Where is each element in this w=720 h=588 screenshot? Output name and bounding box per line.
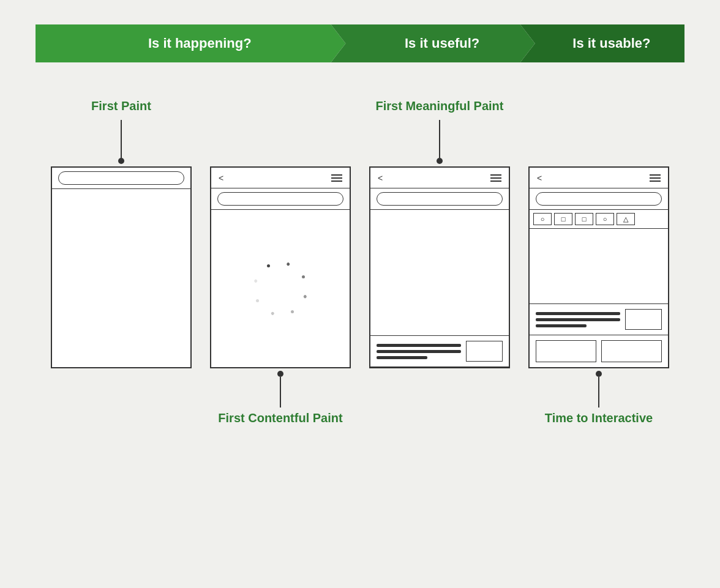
- line2-tti: [536, 318, 620, 321]
- banner-label-happening: Is it happening?: [148, 35, 252, 51]
- label-first-paint: First Paint: [91, 99, 151, 116]
- line-fcp: [280, 377, 281, 408]
- dot-tti: [596, 371, 602, 377]
- phone-topbar-tti: <: [530, 168, 668, 188]
- phone-searchbar-fcp: [211, 188, 350, 210]
- text-lines-tti: [536, 312, 620, 327]
- tab-triangle: △: [617, 213, 635, 225]
- action-btn-fmp: [466, 341, 503, 362]
- phone-topbar-fmp: <: [370, 168, 509, 188]
- burger-icon-fmp: [490, 174, 501, 182]
- line-fmp: [439, 127, 440, 158]
- search-pill-fcp: [217, 192, 343, 206]
- phone-tti: < ○ □ □ ○ △: [528, 166, 669, 368]
- back-icon: <: [219, 173, 223, 183]
- connector-bottom-tti: [596, 371, 602, 408]
- line3-fmp: [377, 356, 427, 359]
- banner: Is it happening? Is it useful? Is it usa…: [36, 24, 684, 62]
- text-btn-row-tti: [530, 304, 668, 335]
- cards-row: First Paint <: [23, 99, 697, 428]
- text-btn-row-fmp: [370, 336, 509, 367]
- spinner: [211, 210, 350, 367]
- big-btn-right-tti: [601, 340, 662, 362]
- banner-segment-useful: Is it useful?: [331, 24, 535, 62]
- tab-square1: □: [554, 213, 572, 225]
- banner-label-usable: Is it usable?: [572, 35, 650, 51]
- label-tti: Time to Interactive: [545, 411, 653, 428]
- phone-tabs-tti: ○ □ □ ○ △: [530, 210, 668, 229]
- tick-line: [121, 120, 122, 127]
- dot: [118, 158, 124, 164]
- vertical-line: [121, 127, 122, 158]
- phone-searchbar-fmp: [370, 188, 509, 210]
- line3-tti: [536, 324, 587, 327]
- phone-content-tti: [530, 229, 668, 367]
- card-first-contentful-paint: <: [210, 99, 351, 428]
- dot-fmp: [437, 158, 443, 164]
- btn-row-tti: [530, 335, 668, 367]
- image-placeholder-fmp: [370, 210, 509, 336]
- label-fcp: First Contentful Paint: [218, 411, 342, 428]
- phone-topbar-fcp: <: [211, 168, 350, 188]
- banner-segment-happening: Is it happening?: [36, 24, 346, 62]
- phone-searchbar-tti: [530, 188, 668, 210]
- line-tti: [598, 377, 599, 408]
- tab-circle: ○: [533, 213, 552, 225]
- banner-segment-usable: Is it usable?: [520, 24, 684, 62]
- tab-square2: □: [575, 213, 593, 225]
- label-fmp: First Meaningful Paint: [376, 99, 504, 116]
- search-pill-fmp: [377, 192, 503, 206]
- big-btn-left-tti: [536, 340, 596, 362]
- phone-searchbar: [52, 168, 190, 189]
- card-first-meaningful-paint: First Meaningful Paint <: [369, 99, 510, 368]
- connector-top-fmp: [437, 120, 443, 164]
- phone-empty-body: [52, 189, 190, 367]
- image-placeholder-tti: [530, 229, 668, 304]
- phone-content-fmp: [370, 210, 509, 367]
- card-tti: < ○ □ □ ○ △: [528, 99, 669, 428]
- tab-circle2: ○: [596, 213, 614, 225]
- line2-fmp: [377, 350, 461, 353]
- text-lines-fmp: [377, 344, 461, 359]
- banner-label-useful: Is it useful?: [405, 35, 479, 51]
- back-icon-tti: <: [537, 173, 542, 183]
- action-btn-tti: [625, 309, 662, 330]
- phone-fcp: <: [210, 166, 351, 368]
- line1-fmp: [377, 344, 461, 347]
- phone-first-paint: [51, 166, 192, 368]
- search-pill: [58, 171, 184, 185]
- connector-top-first-paint: [118, 120, 124, 164]
- dot-fcp: [277, 371, 283, 377]
- card-first-paint: First Paint: [51, 99, 192, 368]
- spinner-dots: [267, 275, 294, 302]
- connector-bottom-fcp: [277, 371, 283, 408]
- line1-tti: [536, 312, 620, 315]
- tick-fmp: [439, 120, 440, 127]
- burger-icon: [331, 174, 342, 182]
- back-icon-fmp: <: [378, 173, 383, 183]
- phone-fmp: <: [369, 166, 510, 368]
- search-pill-tti: [536, 192, 662, 206]
- burger-icon-tti: [650, 174, 661, 182]
